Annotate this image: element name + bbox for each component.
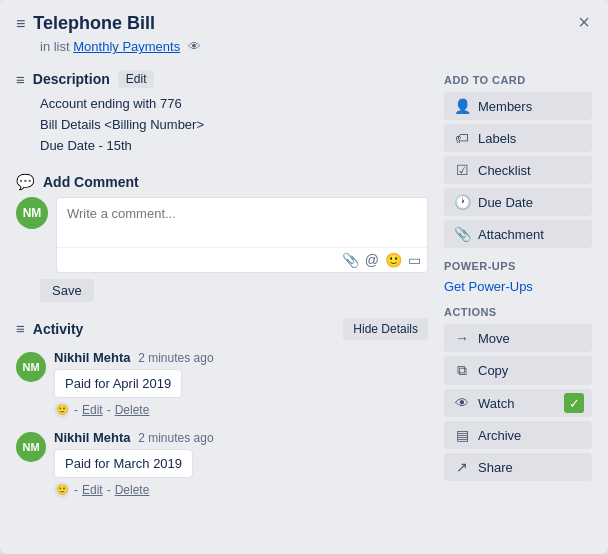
activity-bubble: Paid for April 2019 [54,369,182,398]
description-header: ≡ Description Edit [16,70,428,88]
description-line-1: Account ending with 776 [40,94,428,115]
labels-label: Labels [478,131,516,146]
modal-subtitle: in list Monthly Payments 👁 [40,39,592,54]
list-item: NM Nikhil Mehta 2 minutes ago Paid for A… [16,350,428,418]
due-date-icon: 🕐 [454,194,470,210]
activity-item-content: Nikhil Mehta 2 minutes ago Paid for Apri… [54,350,428,418]
emoji-icon[interactable]: 🙂 [385,252,402,268]
watch-check-icon: ✓ [564,393,584,413]
modal-header: ≡ Telephone Bill [16,12,592,35]
delete-link[interactable]: Delete [115,403,150,417]
checklist-button[interactable]: ☑ Checklist [444,156,592,184]
labels-button[interactable]: 🏷 Labels [444,124,592,152]
add-to-card-title: ADD TO CARD [444,74,592,86]
react-icon[interactable]: 🙂 [54,482,70,498]
members-button[interactable]: 👤 Members [444,92,592,120]
comment-toolbar: 📎 @ 🙂 ▭ [57,247,427,272]
card-icon-toolbar[interactable]: ▭ [408,252,421,268]
move-label: Move [478,331,510,346]
due-date-button[interactable]: 🕐 Due Date [444,188,592,216]
members-label: Members [478,99,532,114]
activity-icon: ≡ [16,320,25,337]
activity-title: Activity [33,321,84,337]
list-link[interactable]: Monthly Payments [73,39,180,54]
card-icon: ≡ [16,15,25,33]
move-button[interactable]: → Move [444,324,592,352]
members-icon: 👤 [454,98,470,114]
activity-user: Nikhil Mehta [54,430,131,445]
comment-input[interactable] [57,198,427,244]
avatar: NM [16,432,46,462]
activity-header: ≡ Activity Hide Details [16,318,428,340]
activity-time: 2 minutes ago [138,431,213,445]
comment-section: 💬 Add Comment NM 📎 @ 🙂 ▭ [16,173,428,302]
share-icon: ↗ [454,459,470,475]
share-button[interactable]: ↗ Share [444,453,592,481]
description-icon: ≡ [16,71,25,88]
checklist-icon: ☑ [454,162,470,178]
activity-actions: 🙂 - Edit - Delete [54,402,428,418]
copy-icon: ⧉ [454,362,470,379]
activity-user: Nikhil Mehta [54,350,131,365]
archive-label: Archive [478,428,521,443]
left-panel: ≡ Description Edit Account ending with 7… [16,70,428,513]
avatar: NM [16,352,46,382]
archive-button[interactable]: ▤ Archive [444,421,592,449]
description-text: Account ending with 776 Bill Details <Bi… [40,94,428,156]
comment-box: 📎 @ 🙂 ▭ [56,197,428,273]
labels-icon: 🏷 [454,130,470,146]
checklist-label: Checklist [478,163,531,178]
mention-icon[interactable]: @ [365,252,379,268]
delete-link[interactable]: Delete [115,483,150,497]
modal-title: Telephone Bill [33,12,155,35]
attachment-button[interactable]: 📎 Attachment [444,220,592,248]
activity-bubble: Paid for March 2019 [54,449,193,478]
modal: ≡ Telephone Bill in list Monthly Payment… [0,0,608,554]
archive-icon: ▤ [454,427,470,443]
copy-button[interactable]: ⧉ Copy [444,356,592,385]
watch-label: Watch [478,396,514,411]
due-date-label: Due Date [478,195,533,210]
actions-title: ACTIONS [444,306,592,318]
watch-button[interactable]: 👁 Watch ✓ [444,389,592,417]
save-comment-button[interactable]: Save [40,279,94,302]
attachment-icon[interactable]: 📎 [342,252,359,268]
comment-header: 💬 Add Comment [16,173,428,191]
share-label: Share [478,460,513,475]
attachment-icon: 📎 [454,226,470,242]
edit-link[interactable]: Edit [82,483,103,497]
edit-link[interactable]: Edit [82,403,103,417]
activity-meta: Nikhil Mehta 2 minutes ago [54,350,428,365]
activity-header-left: ≡ Activity [16,320,91,337]
activity-time: 2 minutes ago [138,351,213,365]
comment-input-row: NM 📎 @ 🙂 ▭ [16,197,428,273]
close-button[interactable]: × [572,10,596,34]
react-icon[interactable]: 🙂 [54,402,70,418]
description-line-3: Due Date - 15th [40,136,428,157]
move-icon: → [454,330,470,346]
comment-title: Add Comment [43,174,139,190]
description-section: ≡ Description Edit Account ending with 7… [16,70,428,156]
power-ups-title: POWER-UPS [444,260,592,272]
description-line-2: Bill Details <Billing Number> [40,115,428,136]
activity-item-content: Nikhil Mehta 2 minutes ago Paid for Marc… [54,430,428,498]
watch-icon: 👁 [188,39,201,54]
watch-icon: 👁 [454,395,470,411]
activity-meta: Nikhil Mehta 2 minutes ago [54,430,428,445]
copy-label: Copy [478,363,508,378]
activity-section: ≡ Activity Hide Details NM Nikhil Mehta … [16,318,428,498]
activity-actions: 🙂 - Edit - Delete [54,482,428,498]
list-item: NM Nikhil Mehta 2 minutes ago Paid for M… [16,430,428,498]
attachment-label: Attachment [478,227,544,242]
user-avatar: NM [16,197,48,229]
hide-details-button[interactable]: Hide Details [343,318,428,340]
description-title: Description [33,71,110,87]
right-panel: ADD TO CARD 👤 Members 🏷 Labels ☑ Checkli… [444,70,592,513]
main-content: ≡ Description Edit Account ending with 7… [16,70,592,513]
description-edit-button[interactable]: Edit [118,70,155,88]
comment-icon: 💬 [16,173,35,191]
get-power-ups-link[interactable]: Get Power-Ups [444,279,533,294]
